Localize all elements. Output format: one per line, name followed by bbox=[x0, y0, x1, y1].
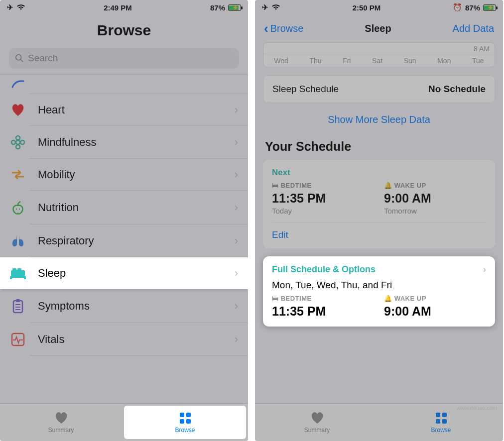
category-label: Sleep bbox=[38, 267, 66, 280]
bell-icon: 🔔 bbox=[384, 182, 392, 189]
category-mindfulness[interactable]: Mindfulness › bbox=[0, 126, 248, 159]
category-respiratory[interactable]: Respiratory › bbox=[0, 224, 248, 257]
category-nutrition[interactable]: Nutrition › bbox=[0, 191, 248, 224]
bedtime-label: 🛏 BEDTIME bbox=[272, 182, 374, 189]
svg-line-1 bbox=[21, 60, 23, 62]
full-schedule-days: Mon, Tue, Wed, Thu, and Fri bbox=[272, 280, 486, 291]
svg-rect-27 bbox=[436, 419, 440, 424]
svg-rect-16 bbox=[16, 299, 20, 302]
sleep-icon bbox=[9, 266, 26, 280]
status-bar: ✈ 2:49 PM 87% ⚡ bbox=[0, 0, 248, 13]
wakeup-label: 🔔 WAKE UP bbox=[384, 295, 486, 302]
svg-rect-22 bbox=[186, 413, 191, 417]
respiratory-icon bbox=[10, 233, 25, 248]
category-sleep[interactable]: Sleep › bbox=[0, 257, 248, 289]
watermark: www.deuaq.com bbox=[457, 405, 497, 411]
category-heart[interactable]: Heart › bbox=[0, 94, 248, 126]
list-item[interactable] bbox=[0, 75, 248, 94]
back-label: Browse bbox=[270, 23, 304, 34]
next-label: Next bbox=[272, 168, 486, 178]
tab-summary[interactable]: Summary bbox=[0, 404, 122, 441]
chevron-right-icon: › bbox=[235, 333, 238, 346]
tab-browse[interactable]: Browse bbox=[124, 406, 246, 439]
category-label: Respiratory bbox=[38, 234, 94, 247]
tab-label: Browse bbox=[175, 427, 195, 434]
chart-day: Wed bbox=[274, 57, 288, 65]
chevron-left-icon: ‹ bbox=[264, 21, 268, 36]
grid-tab-icon bbox=[179, 412, 192, 425]
search-icon bbox=[15, 54, 24, 63]
full-schedule-title: Full Schedule & Options bbox=[272, 264, 376, 275]
grid-tab-icon bbox=[435, 412, 448, 425]
full-schedule-card[interactable]: Full Schedule & Options › Mon, Tue, Wed,… bbox=[263, 256, 495, 327]
category-label: Heart bbox=[38, 104, 65, 116]
wakeup-label: 🔔 WAKE UP bbox=[384, 182, 486, 189]
chart-days: Wed Thu Fri Sat Sun Mon Tue bbox=[263, 57, 495, 65]
search-input[interactable]: Search bbox=[9, 48, 239, 69]
bedtime-sub: Today bbox=[272, 207, 374, 215]
svg-rect-10 bbox=[11, 275, 25, 278]
nav-title: Sleep bbox=[365, 23, 391, 34]
wifi-icon bbox=[16, 3, 25, 12]
next-schedule-card: Next 🛏 BEDTIME 11:35 PM Today 🔔 WAKE UP … bbox=[263, 160, 495, 248]
svg-rect-11 bbox=[10, 276, 12, 279]
edit-button[interactable]: Edit bbox=[272, 222, 486, 240]
svg-rect-23 bbox=[180, 419, 184, 424]
bedtime-label: 🛏 BEDTIME bbox=[272, 295, 374, 302]
wakeup-sub: Tomorrow bbox=[384, 207, 486, 215]
sleep-chart[interactable]: 8 AM Wed Thu Fri Sat Sun Mon Tue bbox=[263, 42, 495, 67]
sleep-schedule-row[interactable]: Sleep Schedule No Schedule bbox=[263, 75, 495, 103]
chart-axis-mark: 8 AM bbox=[474, 45, 490, 53]
show-more-button[interactable]: Show More Sleep Data bbox=[255, 114, 503, 125]
svg-point-5 bbox=[11, 140, 15, 144]
chevron-right-icon: › bbox=[235, 104, 238, 116]
category-symptoms[interactable]: Symptoms › bbox=[0, 289, 248, 323]
add-data-button[interactable]: Add Data bbox=[453, 23, 494, 34]
category-label: Vitals bbox=[38, 333, 64, 346]
screen-sleep: ✈ 2:50 PM ⏰ 87% ⚡ ‹ Browse Sleep Add Dat… bbox=[255, 0, 503, 441]
bedtime-value: 11:35 PM bbox=[272, 191, 374, 206]
heart-icon bbox=[10, 103, 25, 117]
chevron-right-icon: › bbox=[235, 267, 238, 280]
heart-tab-icon bbox=[54, 412, 69, 425]
category-vitals[interactable]: Vitals › bbox=[0, 323, 248, 356]
mobility-icon bbox=[10, 168, 25, 182]
chart-day: Sun bbox=[404, 57, 416, 65]
svg-rect-25 bbox=[436, 413, 440, 417]
category-label: Symptoms bbox=[38, 300, 90, 313]
svg-rect-28 bbox=[442, 419, 447, 424]
wakeup-value: 9:00 AM bbox=[384, 191, 486, 206]
sleep-schedule-value: No Schedule bbox=[428, 84, 486, 95]
status-time: 2:49 PM bbox=[25, 3, 210, 12]
section-header: Your Schedule bbox=[265, 139, 493, 154]
battery-icon: ⚡ bbox=[483, 4, 496, 11]
svg-point-2 bbox=[16, 140, 20, 144]
sleep-schedule-label: Sleep Schedule bbox=[272, 84, 339, 95]
page-title: Browse bbox=[0, 22, 248, 39]
svg-point-0 bbox=[16, 55, 21, 60]
category-mobility[interactable]: Mobility › bbox=[0, 159, 248, 191]
chart-day: Thu bbox=[309, 57, 321, 65]
wifi-icon bbox=[271, 3, 280, 12]
mindfulness-icon bbox=[10, 135, 25, 150]
battery-icon: ⚡ bbox=[228, 4, 241, 11]
chart-gridline bbox=[263, 54, 495, 54]
heart-tab-icon bbox=[310, 412, 325, 425]
bed-icon: 🛏 bbox=[272, 295, 279, 302]
category-list: Heart › Mindfulness › Mobility › Nutriti… bbox=[0, 75, 248, 356]
chevron-right-icon: › bbox=[235, 136, 238, 149]
back-button[interactable]: ‹ Browse bbox=[264, 21, 303, 36]
battery-percent: 87% bbox=[210, 3, 225, 12]
search-placeholder: Search bbox=[28, 53, 58, 64]
svg-point-4 bbox=[16, 145, 20, 149]
tab-bar: Summary Browse bbox=[0, 403, 248, 441]
wakeup-value: 9:00 AM bbox=[384, 304, 486, 319]
tab-label: Summary bbox=[304, 427, 330, 434]
tab-summary[interactable]: Summary bbox=[255, 404, 379, 441]
chart-day: Sat bbox=[372, 57, 382, 65]
category-label: Mobility bbox=[38, 168, 75, 181]
category-label: Mindfulness bbox=[38, 136, 96, 149]
svg-rect-14 bbox=[17, 268, 21, 271]
partial-icon bbox=[9, 80, 27, 88]
alarm-icon: ⏰ bbox=[453, 3, 462, 12]
